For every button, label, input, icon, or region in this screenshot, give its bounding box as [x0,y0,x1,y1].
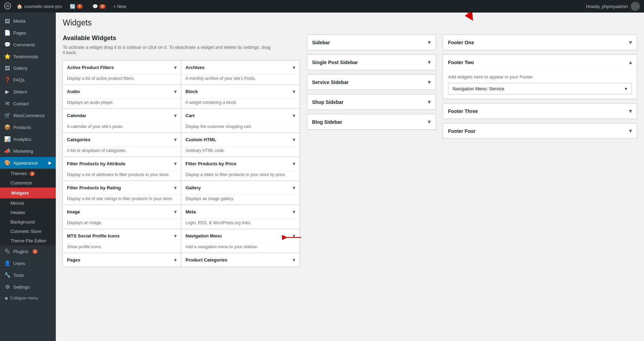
chevron-down-icon: ▾ [428,59,431,66]
sidebar-item-faqs[interactable]: ❓ FAQs [0,74,56,86]
widget-toggle-icon: ▾ [293,88,295,95]
sidebar-item-plugins[interactable]: 🔌 Plugins 3 [0,245,56,257]
comments-count: 0 [99,4,106,9]
widget-mts-social-profile-icons[interactable]: MTS Social Profile Icons ▾ Show profile … [62,229,181,253]
sidebar-item-label: Appearance [13,160,38,166]
avatar [631,2,640,11]
submenu-cosmetic-store[interactable]: Cosmetic Store [0,227,56,236]
submenu-menus[interactable]: Menus [0,198,56,208]
widget-filter-products-price[interactable]: Filter Products by Price ▾ Display a sli… [181,157,300,181]
panel-sidebar-header[interactable]: Sidebar ▾ [307,35,435,50]
widget-header[interactable]: Audio ▾ [63,85,181,98]
widget-pages[interactable]: Pages ▾ [62,253,181,267]
panel-footer-three-header[interactable]: Footer Three ▾ [443,104,637,119]
appearance-icon: 🎨 [4,160,10,166]
widget-custom-html[interactable]: Custom HTML ▾ Arbitrary HTML code. [181,132,300,157]
sidebar-item-contact[interactable]: ✉ Contact [0,98,56,109]
submenu-theme-file-editor[interactable]: Theme File Editor [0,236,56,245]
widget-header[interactable]: Archives ▾ [181,61,300,74]
widget-header[interactable]: Custom HTML ▾ [181,133,300,146]
widget-header[interactable]: Image ▾ [63,205,181,219]
widget-filter-products-attribute[interactable]: Filter Products by Attribute ▾ Display a… [62,157,181,181]
submenu-header[interactable]: Header [0,208,56,217]
sidebar-item-analytics[interactable]: 📊 Analytics [0,133,56,145]
sidebar-item-marketing[interactable]: 📣 Marketing [0,145,56,157]
chevron-down-icon: ▾ [629,108,632,114]
submenu-widgets[interactable]: Widgets [0,188,56,198]
widget-audio[interactable]: Audio ▾ Displays an audio player. [62,84,181,109]
analytics-icon: 📊 [4,136,10,142]
widget-meta[interactable]: Meta ▾ Login, RSS, & WordPress.org links… [181,205,300,229]
widget-product-categories[interactable]: Product Categories ▾ [181,253,300,267]
products-icon: 📦 [4,124,10,130]
widget-header[interactable]: MTS Social Profile Icons ▾ [63,229,181,243]
plugins-icon: 🔌 [4,248,10,255]
available-widgets-desc: To activate a widget drag it to a sideba… [63,45,272,55]
sidebar-item-media[interactable]: 🖼 Media [0,15,56,27]
widget-header[interactable]: Navigation Menu ▾ [181,229,300,243]
faqs-icon: ❓ [4,77,10,83]
sidebar-item-woocommerce[interactable]: 🛒 WooCommerce [0,109,56,121]
panel-footer-one-header[interactable]: Footer One ▾ [443,35,637,50]
sidebar-item-label: Pages [13,30,26,36]
widget-active-product-filters[interactable]: Active Product Filters ▾ Display a list … [62,60,181,85]
wp-logo[interactable]: W [4,2,11,10]
widget-archives[interactable]: Archives ▾ A monthly archive of your sit… [181,60,300,85]
adminbar-site[interactable]: 🏠 cosmetic-store-pro [17,4,62,9]
widget-header[interactable]: Filter Products by Attribute ▾ [63,157,181,170]
widget-gallery[interactable]: Gallery ▾ Displays an image gallery. [181,181,300,205]
sidebar-item-pages[interactable]: 📄 Pages [0,27,56,39]
sidebar-item-comments[interactable]: 💬 Comments [0,39,56,51]
widget-filter-products-rating[interactable]: Filter Products by Rating ▾ Display a li… [62,181,181,205]
submenu-themes[interactable]: Themes 3 [0,169,56,178]
widget-header[interactable]: Pages ▾ [63,253,181,267]
widget-image[interactable]: Image ▾ Displays an image. [62,205,181,229]
widget-header[interactable]: Filter Products by Price ▾ [181,157,300,170]
widget-header[interactable]: Meta ▾ [181,205,300,219]
adminbar-comments[interactable]: 💬 0 [90,4,108,9]
widget-header[interactable]: Block ▾ [181,85,300,98]
sidebar-item-testimonials[interactable]: ⭐ Testimonials [0,51,56,62]
panel-footer-two-header[interactable]: Footer Two ▴ [443,55,637,70]
panel-blog-sidebar-header[interactable]: Blog Sidebar ▾ [307,114,435,129]
sidebar-item-appearance[interactable]: 🎨 Appearance ▶ [0,157,56,169]
nav-menu-label: Navigation Menu: Service [453,86,504,91]
widget-navigation-menu[interactable]: Navigation Menu ▾ Add a navigation menu … [181,229,300,253]
sidebar-item-label: Sliders [13,89,27,94]
sidebar-item-products[interactable]: 📦 Products [0,121,56,133]
widget-categories[interactable]: Categories ▾ A list or dropdown of categ… [62,132,181,157]
adminbar-updates[interactable]: 🔄 7 [68,4,85,9]
widget-header[interactable]: Product Categories ▾ [181,253,300,267]
adminbar-new[interactable]: + New [113,4,126,9]
widget-header[interactable]: Calendar ▾ [63,109,181,122]
sidebar-item-label: Gallery [13,66,28,71]
sidebar-item-gallery[interactable]: 🖼 Gallery [0,62,56,74]
widget-block[interactable]: Block ▾ A widget containing a block. [181,84,300,109]
sidebar-item-sliders[interactable]: ▶ Sliders [0,86,56,98]
sidebar-item-label: Testimonials [13,54,38,59]
widget-cart[interactable]: Cart ▾ Display the customer shopping car… [181,108,300,133]
panel-single-post-sidebar-header[interactable]: Single Post Sidebar ▾ [307,55,435,70]
users-icon: 👤 [4,260,10,266]
footer-two-nav-menu-widget[interactable]: Navigation Menu: Service ▾ [448,83,632,94]
submenu-customize[interactable]: Customize [0,178,56,188]
widget-header[interactable]: Categories ▾ [63,133,181,146]
widget-header[interactable]: Cart ▾ [181,109,300,122]
sidebar-item-tools[interactable]: 🔧 Tools [0,269,56,281]
widget-header[interactable]: Active Product Filters ▾ [63,61,181,74]
panel-service-sidebar-header[interactable]: Service Sidebar ▾ [307,75,435,90]
widget-toggle-icon: ▾ [174,136,177,143]
sidebar-item-users[interactable]: 👤 Users [0,257,56,269]
updates-icon: 🔄 [70,4,75,9]
submenu-background[interactable]: Background [0,217,56,227]
widget-header[interactable]: Filter Products by Rating ▾ [63,181,181,195]
widget-calendar[interactable]: Calendar ▾ A calendar of your site's pos… [62,108,181,133]
panel-shop-sidebar-header[interactable]: Shop Sidebar ▾ [307,94,435,109]
widget-header[interactable]: Gallery ▾ [181,181,300,195]
sidebar-item-settings[interactable]: ⚙ Settings [0,281,56,293]
appearance-submenu: Themes 3 Customize Widgets Menus Header … [0,169,56,245]
sidebar-collapse[interactable]: ◀ Collapse menu [0,293,56,303]
widget-toggle-icon: ▾ [174,184,177,191]
admin-bar: W 🏠 cosmetic-store-pro 🔄 7 💬 0 + New How… [0,0,644,13]
panel-footer-four-header[interactable]: Footer Four ▾ [443,123,637,138]
